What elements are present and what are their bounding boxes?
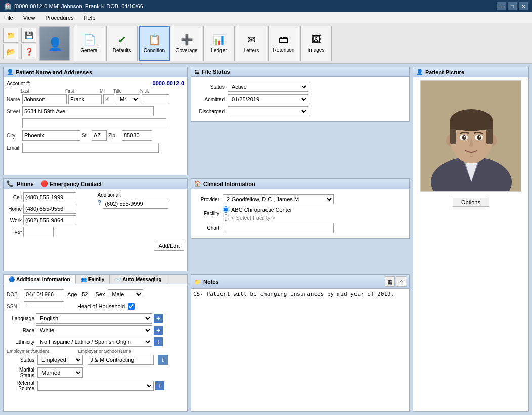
tab-coverage[interactable]: ➕ Coverage [171,26,202,61]
menu-help[interactable]: Help [82,14,98,22]
street-line2-input[interactable] [22,118,166,128]
ethnicity-add-button[interactable]: + [154,337,163,346]
chart-input[interactable] [223,223,334,233]
open-folder-button[interactable]: 📁 [3,28,18,43]
facility-name-2: < Select Facility > [231,215,275,221]
menu-bar: File View Procedures Help [0,12,532,23]
help-button[interactable]: ❓ [21,44,36,59]
nick-label: Nick [140,88,149,94]
images-icon: 🖼 [311,34,321,45]
clinical-info-panel: 🏠 Clinical Information Provider 2-Goodfe… [191,178,410,239]
discharged-input[interactable] [228,106,308,116]
state-label: St [82,133,90,139]
defaults-icon: ✔ [118,34,126,46]
svg-point-15 [479,136,481,138]
ethnicity-select[interactable]: No Hispanic / Latino / Spanish Origin [36,337,152,347]
notes-print-button[interactable]: 🖨 [396,276,406,287]
race-select[interactable]: White [36,325,152,335]
tab-retention[interactable]: 🗃 Retention [268,26,299,61]
close-button[interactable]: ✕ [519,2,528,10]
menu-procedures[interactable]: Procedures [43,14,75,22]
file-status-panel: 🗂 File Status Status ActiveInactiveArchi… [191,67,410,122]
notes-grid-button[interactable]: ▦ [385,276,395,287]
race-add-button[interactable]: + [154,326,163,335]
facility-radio-2[interactable] [223,214,229,221]
menu-file[interactable]: File [2,14,15,22]
referral-add-button[interactable]: + [155,381,164,390]
last-name-input[interactable] [22,94,67,104]
options-button[interactable]: Options [453,198,489,207]
patient-icon: 👤 [7,69,14,75]
mi-input[interactable] [103,94,114,104]
phone-panel: 📞 Phone 🔴 Emergency Contact Cell [3,178,188,271]
city-input[interactable] [22,130,80,141]
provider-select[interactable]: 2-Goodfellow, D.C., James M [223,194,334,204]
home-input[interactable] [23,204,76,214]
info-icon: 🔵 [9,276,15,282]
tab-family[interactable]: 👥 Family [76,275,110,284]
tab-images[interactable]: 🖼 Images [300,26,332,61]
home-label: Home [7,206,22,212]
admitted-input[interactable]: 01/25/2019 [228,94,308,104]
ethnicity-label: Ethnicity [7,339,34,345]
app-icon: 🏥 [4,3,11,10]
tab-general[interactable]: 📄 General [74,26,105,61]
employer-info-button[interactable]: ℹ [158,355,168,365]
facility-radio-1[interactable] [223,206,229,213]
maximize-button[interactable]: □ [508,2,517,10]
language-select[interactable]: English [36,313,152,324]
coverage-icon: ➕ [181,34,193,46]
tab-condition[interactable]: 📋 Condition [139,26,170,61]
zip-input[interactable] [122,130,152,141]
additional-phone-input[interactable] [103,199,168,209]
menu-view[interactable]: View [21,14,37,22]
notes-textarea[interactable]: CS- Patient will be changing insurances … [191,289,409,349]
minimize-button[interactable]: — [497,2,506,10]
state-input[interactable] [92,130,107,141]
mi-label: MI [100,88,110,94]
tab-letters[interactable]: ✉ Letters [236,26,267,61]
chart-label: Chart [194,225,219,231]
ssn-input[interactable] [24,301,64,311]
tab-additional-info[interactable]: 🔵 Additional Information [4,275,76,284]
name-label: Name [7,97,21,102]
head-of-household-checkbox[interactable] [128,303,135,310]
language-add-button[interactable]: + [154,314,163,323]
cell-input[interactable] [23,192,76,202]
email-input[interactable] [22,143,159,153]
nick-input[interactable] [142,94,169,104]
tab-ledger[interactable]: 📊 Ledger [203,26,235,61]
employment-status-select[interactable]: EmployedStudentRetiredUnemployed [37,355,83,365]
first-name-input[interactable] [68,94,102,104]
cell-label: Cell [7,195,22,200]
help-phone-icon: ? [98,199,102,206]
sex-select[interactable]: MaleFemaleUnknown [108,289,143,299]
status-label: Status [194,84,225,90]
referral-label: ReferralSource [7,380,34,391]
referral-source-select[interactable] [37,381,154,391]
marital-status-select[interactable]: MarriedSingleDivorcedWidowed [37,367,83,378]
dob-input[interactable] [24,289,64,299]
employer-name-input[interactable] [88,355,154,365]
title-select[interactable]: Mr.Mrs.Ms.Dr. [116,94,140,104]
tab-auto-messaging[interactable]: 📨 Auto Messaging [110,275,167,284]
open-folder2-button[interactable]: 📂 [3,44,18,59]
work-input[interactable] [23,215,76,225]
messaging-icon: 📨 [115,276,121,282]
race-label: Race [7,328,34,333]
save-button[interactable]: 💾 [21,28,36,43]
age-label: Age- [67,291,79,297]
ext-label: Ext [7,229,22,235]
patient-picture-panel: 👤 Patient Picture [413,67,529,412]
language-label: Language [7,316,34,321]
picture-icon: 👤 [416,69,423,75]
tab-defaults[interactable]: ✔ Defaults [106,26,138,61]
street-input[interactable] [22,106,154,116]
facility-name-1: ABC Chiropractic Center [231,207,292,213]
status-select[interactable]: ActiveInactiveArchived [228,82,308,92]
employment-header: Employment/Student [7,349,49,354]
ext-input[interactable] [23,227,54,237]
add-edit-button[interactable]: Add/Edit [154,241,184,251]
letters-icon: ✉ [247,34,256,46]
family-icon: 👥 [81,276,87,282]
